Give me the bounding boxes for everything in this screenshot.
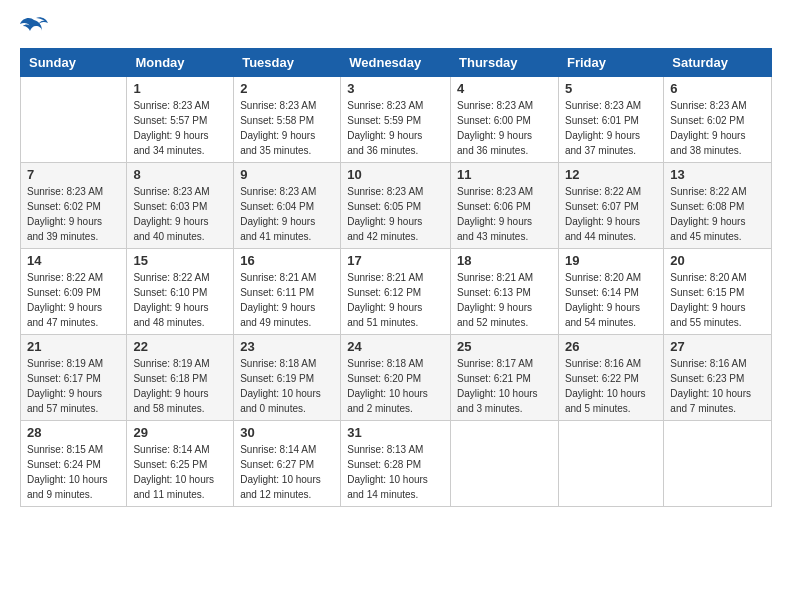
calendar-cell: 21Sunrise: 8:19 AMSunset: 6:17 PMDayligh…	[21, 335, 127, 421]
day-info: Sunrise: 8:20 AMSunset: 6:14 PMDaylight:…	[565, 270, 657, 330]
day-info: Sunrise: 8:19 AMSunset: 6:17 PMDaylight:…	[27, 356, 120, 416]
day-number: 8	[133, 167, 227, 182]
day-info: Sunrise: 8:19 AMSunset: 6:18 PMDaylight:…	[133, 356, 227, 416]
day-info: Sunrise: 8:22 AMSunset: 6:09 PMDaylight:…	[27, 270, 120, 330]
calendar-cell: 3Sunrise: 8:23 AMSunset: 5:59 PMDaylight…	[341, 77, 451, 163]
calendar-cell: 14Sunrise: 8:22 AMSunset: 6:09 PMDayligh…	[21, 249, 127, 335]
day-number: 6	[670, 81, 765, 96]
calendar-cell: 2Sunrise: 8:23 AMSunset: 5:58 PMDaylight…	[234, 77, 341, 163]
day-number: 13	[670, 167, 765, 182]
day-number: 2	[240, 81, 334, 96]
calendar-cell: 17Sunrise: 8:21 AMSunset: 6:12 PMDayligh…	[341, 249, 451, 335]
day-info: Sunrise: 8:14 AMSunset: 6:25 PMDaylight:…	[133, 442, 227, 502]
weekday-header-friday: Friday	[558, 49, 663, 77]
day-number: 18	[457, 253, 552, 268]
day-info: Sunrise: 8:15 AMSunset: 6:24 PMDaylight:…	[27, 442, 120, 502]
calendar-cell: 20Sunrise: 8:20 AMSunset: 6:15 PMDayligh…	[664, 249, 772, 335]
day-number: 21	[27, 339, 120, 354]
day-number: 15	[133, 253, 227, 268]
day-info: Sunrise: 8:21 AMSunset: 6:11 PMDaylight:…	[240, 270, 334, 330]
day-info: Sunrise: 8:20 AMSunset: 6:15 PMDaylight:…	[670, 270, 765, 330]
calendar-cell: 11Sunrise: 8:23 AMSunset: 6:06 PMDayligh…	[451, 163, 559, 249]
day-info: Sunrise: 8:23 AMSunset: 5:58 PMDaylight:…	[240, 98, 334, 158]
calendar-week-row: 28Sunrise: 8:15 AMSunset: 6:24 PMDayligh…	[21, 421, 772, 507]
day-number: 17	[347, 253, 444, 268]
weekday-header-tuesday: Tuesday	[234, 49, 341, 77]
day-info: Sunrise: 8:23 AMSunset: 6:04 PMDaylight:…	[240, 184, 334, 244]
day-number: 27	[670, 339, 765, 354]
calendar-cell	[664, 421, 772, 507]
calendar-cell: 31Sunrise: 8:13 AMSunset: 6:28 PMDayligh…	[341, 421, 451, 507]
day-number: 26	[565, 339, 657, 354]
calendar-cell: 9Sunrise: 8:23 AMSunset: 6:04 PMDaylight…	[234, 163, 341, 249]
day-number: 9	[240, 167, 334, 182]
logo	[20, 16, 52, 38]
day-info: Sunrise: 8:22 AMSunset: 6:07 PMDaylight:…	[565, 184, 657, 244]
day-number: 12	[565, 167, 657, 182]
calendar-cell: 15Sunrise: 8:22 AMSunset: 6:10 PMDayligh…	[127, 249, 234, 335]
day-number: 30	[240, 425, 334, 440]
calendar-cell: 23Sunrise: 8:18 AMSunset: 6:19 PMDayligh…	[234, 335, 341, 421]
calendar-table: SundayMondayTuesdayWednesdayThursdayFrid…	[20, 48, 772, 507]
day-info: Sunrise: 8:22 AMSunset: 6:08 PMDaylight:…	[670, 184, 765, 244]
calendar-cell	[21, 77, 127, 163]
weekday-header-saturday: Saturday	[664, 49, 772, 77]
weekday-header-sunday: Sunday	[21, 49, 127, 77]
calendar-cell: 30Sunrise: 8:14 AMSunset: 6:27 PMDayligh…	[234, 421, 341, 507]
day-info: Sunrise: 8:16 AMSunset: 6:23 PMDaylight:…	[670, 356, 765, 416]
day-number: 5	[565, 81, 657, 96]
calendar-cell: 28Sunrise: 8:15 AMSunset: 6:24 PMDayligh…	[21, 421, 127, 507]
day-info: Sunrise: 8:18 AMSunset: 6:20 PMDaylight:…	[347, 356, 444, 416]
day-number: 19	[565, 253, 657, 268]
day-info: Sunrise: 8:16 AMSunset: 6:22 PMDaylight:…	[565, 356, 657, 416]
calendar-week-row: 7Sunrise: 8:23 AMSunset: 6:02 PMDaylight…	[21, 163, 772, 249]
calendar-cell: 18Sunrise: 8:21 AMSunset: 6:13 PMDayligh…	[451, 249, 559, 335]
day-info: Sunrise: 8:17 AMSunset: 6:21 PMDaylight:…	[457, 356, 552, 416]
day-info: Sunrise: 8:23 AMSunset: 5:59 PMDaylight:…	[347, 98, 444, 158]
calendar-cell: 27Sunrise: 8:16 AMSunset: 6:23 PMDayligh…	[664, 335, 772, 421]
calendar-cell: 5Sunrise: 8:23 AMSunset: 6:01 PMDaylight…	[558, 77, 663, 163]
calendar-week-row: 21Sunrise: 8:19 AMSunset: 6:17 PMDayligh…	[21, 335, 772, 421]
day-number: 22	[133, 339, 227, 354]
weekday-header-wednesday: Wednesday	[341, 49, 451, 77]
day-info: Sunrise: 8:22 AMSunset: 6:10 PMDaylight:…	[133, 270, 227, 330]
calendar-cell: 22Sunrise: 8:19 AMSunset: 6:18 PMDayligh…	[127, 335, 234, 421]
weekday-header-row: SundayMondayTuesdayWednesdayThursdayFrid…	[21, 49, 772, 77]
calendar-cell: 25Sunrise: 8:17 AMSunset: 6:21 PMDayligh…	[451, 335, 559, 421]
calendar-cell: 12Sunrise: 8:22 AMSunset: 6:07 PMDayligh…	[558, 163, 663, 249]
day-info: Sunrise: 8:23 AMSunset: 6:02 PMDaylight:…	[670, 98, 765, 158]
calendar-cell: 10Sunrise: 8:23 AMSunset: 6:05 PMDayligh…	[341, 163, 451, 249]
day-info: Sunrise: 8:21 AMSunset: 6:12 PMDaylight:…	[347, 270, 444, 330]
day-number: 7	[27, 167, 120, 182]
calendar-cell: 13Sunrise: 8:22 AMSunset: 6:08 PMDayligh…	[664, 163, 772, 249]
calendar-cell: 24Sunrise: 8:18 AMSunset: 6:20 PMDayligh…	[341, 335, 451, 421]
day-number: 24	[347, 339, 444, 354]
calendar-cell: 7Sunrise: 8:23 AMSunset: 6:02 PMDaylight…	[21, 163, 127, 249]
day-info: Sunrise: 8:21 AMSunset: 6:13 PMDaylight:…	[457, 270, 552, 330]
day-number: 10	[347, 167, 444, 182]
calendar-cell: 29Sunrise: 8:14 AMSunset: 6:25 PMDayligh…	[127, 421, 234, 507]
calendar-cell: 16Sunrise: 8:21 AMSunset: 6:11 PMDayligh…	[234, 249, 341, 335]
calendar-cell: 1Sunrise: 8:23 AMSunset: 5:57 PMDaylight…	[127, 77, 234, 163]
day-number: 23	[240, 339, 334, 354]
day-number: 25	[457, 339, 552, 354]
day-info: Sunrise: 8:23 AMSunset: 5:57 PMDaylight:…	[133, 98, 227, 158]
day-info: Sunrise: 8:23 AMSunset: 6:01 PMDaylight:…	[565, 98, 657, 158]
calendar-cell: 4Sunrise: 8:23 AMSunset: 6:00 PMDaylight…	[451, 77, 559, 163]
day-info: Sunrise: 8:18 AMSunset: 6:19 PMDaylight:…	[240, 356, 334, 416]
calendar-week-row: 14Sunrise: 8:22 AMSunset: 6:09 PMDayligh…	[21, 249, 772, 335]
day-number: 11	[457, 167, 552, 182]
day-info: Sunrise: 8:13 AMSunset: 6:28 PMDaylight:…	[347, 442, 444, 502]
day-number: 28	[27, 425, 120, 440]
calendar-week-row: 1Sunrise: 8:23 AMSunset: 5:57 PMDaylight…	[21, 77, 772, 163]
calendar-cell: 8Sunrise: 8:23 AMSunset: 6:03 PMDaylight…	[127, 163, 234, 249]
page-header	[20, 16, 772, 38]
weekday-header-monday: Monday	[127, 49, 234, 77]
day-number: 20	[670, 253, 765, 268]
calendar-cell	[558, 421, 663, 507]
weekday-header-thursday: Thursday	[451, 49, 559, 77]
calendar-cell: 19Sunrise: 8:20 AMSunset: 6:14 PMDayligh…	[558, 249, 663, 335]
day-number: 14	[27, 253, 120, 268]
calendar-cell: 26Sunrise: 8:16 AMSunset: 6:22 PMDayligh…	[558, 335, 663, 421]
day-info: Sunrise: 8:23 AMSunset: 6:00 PMDaylight:…	[457, 98, 552, 158]
